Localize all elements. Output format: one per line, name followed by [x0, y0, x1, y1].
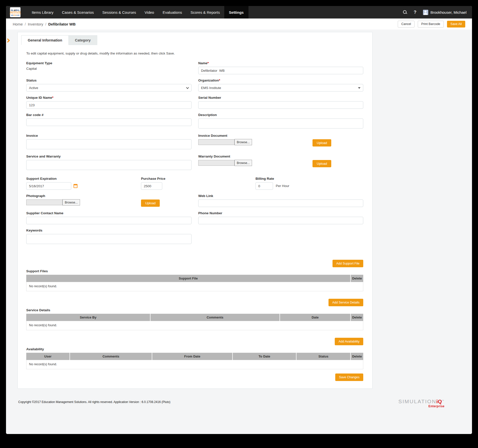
equipment-type-value: Capital: [26, 67, 192, 70]
nav-item-sessions-courses[interactable]: Sessions & Courses: [98, 6, 140, 18]
supplier-contact-field: Supplier Contact Name: [26, 211, 192, 224]
invoice-document-field: Invoice Document Browse... Upload: [198, 134, 363, 150]
invoice-document-browse-button[interactable]: Browse...: [234, 139, 252, 145]
save-all-button[interactable]: Save All: [447, 21, 465, 28]
page-footer: Copyright ©2017 Education Management Sol…: [12, 400, 472, 408]
purchase-price-label: Purchase Price: [141, 177, 256, 180]
name-input[interactable]: [198, 67, 363, 74]
serial-number-input[interactable]: [198, 101, 363, 109]
calendar-icon[interactable]: [74, 184, 78, 188]
warranty-document-field: Warranty Document Browse... Upload: [198, 154, 363, 171]
copyright-text: Copyright ©2017 Education Management Sol…: [18, 400, 170, 404]
photograph-label: Photograph: [26, 194, 192, 198]
warranty-document-file-input[interactable]: [198, 160, 234, 166]
breadcrumb-separator: /: [45, 22, 46, 26]
top-navbar: GLBAL INSTITUTE FOR SIMULATION TRAINING …: [6, 6, 472, 18]
purchase-price-input[interactable]: [141, 182, 162, 190]
keywords-input[interactable]: [26, 234, 192, 244]
required-marker: *: [208, 61, 209, 65]
service-warranty-input[interactable]: [26, 160, 192, 170]
add-service-details-button[interactable]: Add Service Details: [328, 299, 363, 306]
trademark-symbol: ™: [442, 400, 445, 402]
web-link-input[interactable]: [198, 200, 363, 207]
nav-item-items-library[interactable]: Items Library: [28, 6, 58, 18]
bar-code-label: Bar code #: [26, 113, 192, 117]
user-name[interactable]: Brookhouser, Michael: [430, 10, 466, 14]
availability-title: Availability: [26, 347, 363, 351]
column-header-comments[interactable]: Comments: [150, 314, 280, 321]
invoice-document-upload-button[interactable]: Upload: [312, 139, 331, 146]
nav-item-settings[interactable]: Settings: [224, 6, 248, 18]
column-header-delete[interactable]: Delete: [351, 275, 363, 282]
column-header-to-date[interactable]: To Date: [233, 353, 296, 360]
equipment-type-field: Equipment Type Capital: [26, 61, 192, 74]
nav-item-video[interactable]: Video: [140, 6, 158, 18]
column-header-comments[interactable]: Comments: [70, 353, 152, 360]
status-select[interactable]: Active: [26, 84, 192, 92]
photograph-upload-button[interactable]: Upload: [141, 200, 160, 207]
invoice-input[interactable]: [26, 139, 192, 149]
dropdown-arrow-icon: [358, 87, 360, 89]
invoice-document-file-input[interactable]: [198, 139, 234, 145]
warranty-document-browse-button[interactable]: Browse...: [234, 160, 252, 166]
simulationiq-logo: SIMULATIONiQ™ Enterprise: [398, 399, 444, 408]
brand-iq: iQ: [436, 398, 442, 404]
service-details-empty-row: No record(s) found.: [26, 321, 363, 330]
logo-color-bar: [11, 15, 20, 16]
breadcrumb-bar: Home / Inventory / Defibrilator WB Cance…: [6, 18, 472, 30]
column-header-status[interactable]: Status: [296, 353, 351, 360]
column-header-user[interactable]: User: [26, 353, 70, 360]
support-files-table-header: Support File Delete: [26, 275, 363, 282]
support-expiration-label: Support Expiration: [26, 177, 141, 180]
column-header-from-date[interactable]: From Date: [152, 353, 233, 360]
keywords-field: Keywords: [26, 228, 192, 245]
add-support-file-button[interactable]: Add Support File: [332, 260, 363, 267]
nav-item-cases-scenarios[interactable]: Cases & Scenarios: [58, 6, 98, 18]
service-warranty-label: Service and Warranty: [26, 154, 192, 158]
cancel-button[interactable]: Cancel: [398, 21, 414, 28]
required-marker: *: [52, 96, 54, 100]
warranty-document-upload-button[interactable]: Upload: [312, 160, 331, 167]
phone-number-label: Phone Number: [198, 211, 363, 215]
global-institute-logo[interactable]: GLBAL INSTITUTE FOR SIMULATION TRAINING: [10, 7, 20, 17]
unique-id-input[interactable]: [26, 101, 192, 109]
description-input[interactable]: [198, 118, 363, 128]
add-availability-button[interactable]: Add Availability: [335, 338, 363, 345]
print-barcode-button[interactable]: Print Barcode: [418, 21, 444, 28]
serial-number-field: Serial Number: [198, 96, 363, 109]
photograph-file-input[interactable]: [26, 200, 62, 205]
equipment-type-label: Equipment Type: [26, 61, 192, 65]
nav-item-evaluations[interactable]: Evaluations: [158, 6, 186, 18]
availability-table-header: User Comments From Date To Date Status D…: [26, 353, 363, 360]
column-header-service-by[interactable]: Service By: [26, 314, 150, 321]
supplier-contact-input[interactable]: [26, 217, 192, 224]
tab-category[interactable]: Category: [68, 35, 97, 45]
sidebar-expand-icon[interactable]: [6, 38, 10, 42]
support-expiration-input[interactable]: [26, 182, 71, 190]
serial-number-label: Serial Number: [198, 96, 363, 100]
breadcrumb-home[interactable]: Home: [13, 22, 23, 26]
organization-select[interactable]: EMS Institute: [198, 84, 363, 92]
column-header-delete[interactable]: Delete: [351, 353, 363, 360]
user-avatar[interactable]: [423, 10, 428, 15]
bar-code-input[interactable]: [26, 118, 192, 126]
help-icon[interactable]: ?: [414, 10, 416, 15]
column-header-delete[interactable]: Delete: [351, 314, 363, 321]
save-changes-button[interactable]: Save Changes: [335, 374, 363, 381]
keywords-label: Keywords: [26, 228, 192, 232]
breadcrumb-separator: /: [25, 22, 26, 26]
photograph-browse-button[interactable]: Browse...: [62, 199, 80, 206]
breadcrumb-inventory[interactable]: Inventory: [28, 22, 43, 26]
nav-item-scores-reports[interactable]: Scores & Reports: [186, 6, 224, 18]
photograph-field: Photograph Browse... Upload: [26, 194, 192, 207]
status-field: Status Active: [26, 78, 192, 92]
phone-number-input[interactable]: [198, 217, 363, 224]
purchase-price-field: Purchase Price: [141, 177, 256, 190]
column-header-support-file[interactable]: Support File: [26, 275, 351, 282]
bar-code-field: Bar code #: [26, 113, 192, 130]
service-details-table: Service By Comments Date Delete No recor…: [26, 314, 363, 330]
billing-rate-input[interactable]: [256, 182, 273, 190]
search-icon[interactable]: [403, 10, 407, 14]
column-header-date[interactable]: Date: [280, 314, 351, 321]
tab-general-information[interactable]: General Information: [21, 35, 69, 45]
